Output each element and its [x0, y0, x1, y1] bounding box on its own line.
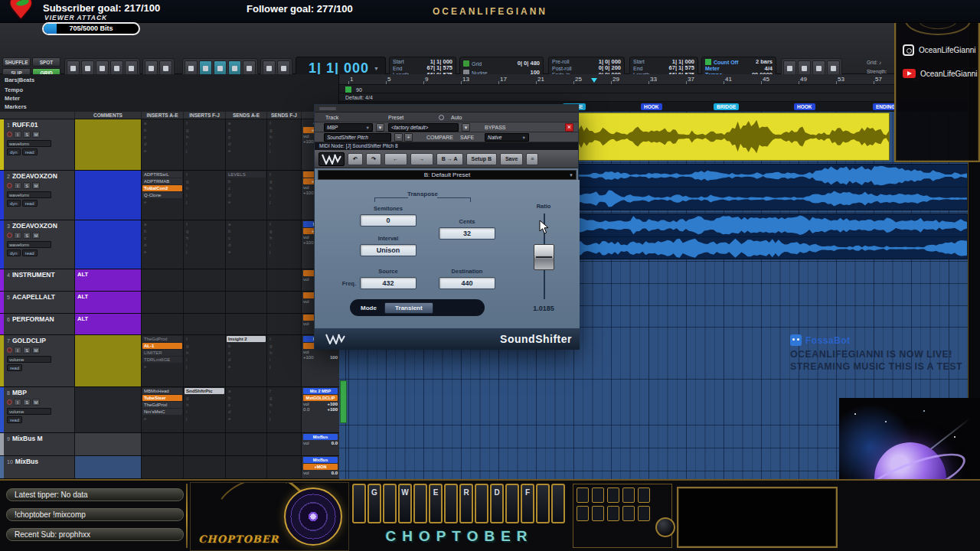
track-name-cell[interactable]: 6PERFORMAN	[0, 314, 75, 334]
empty-slot[interactable]: b	[142, 228, 182, 234]
plugin-slot[interactable]: MBMixHead	[142, 388, 182, 394]
empty-slot[interactable]: b	[227, 228, 266, 234]
volume-value[interactable]: 0.0	[332, 471, 338, 475]
mode-transient-button[interactable]: Transient	[384, 302, 433, 314]
automation-read-mode[interactable]: read	[22, 148, 38, 155]
toolbar-icon-button[interactable]	[67, 60, 80, 76]
next-preset-button[interactable]: →	[410, 153, 433, 165]
minus-button[interactable]: −	[394, 133, 403, 142]
track-io-cell[interactable]: MixBusvol0.0	[302, 433, 339, 455]
mute-button[interactable]: M	[32, 182, 40, 189]
empty-slot[interactable]: j	[268, 199, 300, 205]
track-comments-cell[interactable]	[75, 387, 142, 432]
toolbar-icon-button[interactable]	[277, 60, 290, 76]
count-off-value[interactable]: 2 bars	[756, 59, 773, 65]
empty-slot[interactable]: d	[142, 242, 182, 248]
empty-slot[interactable]: j	[268, 416, 300, 422]
drum-pad[interactable]	[638, 487, 650, 503]
empty-slot[interactable]: f	[268, 388, 300, 394]
empty-slot[interactable]: g	[268, 395, 300, 401]
solo-button[interactable]: S	[23, 131, 31, 138]
track-snd2-cell[interactable]: fghij	[267, 335, 302, 386]
mute-button[interactable]: M	[32, 347, 40, 354]
timeline-marker-hook[interactable]: HOOK	[794, 103, 815, 110]
automation-mode[interactable]: read	[7, 364, 22, 371]
track-snd1-cell[interactable]: abcde	[226, 220, 267, 269]
timeline-marker-hook[interactable]: HOOK	[641, 103, 662, 110]
track-ins2-cell[interactable]	[184, 269, 226, 291]
record-enable-button[interactable]	[7, 347, 12, 353]
empty-slot[interactable]: i	[268, 141, 300, 147]
plus-button[interactable]: +	[404, 133, 413, 142]
track-name[interactable]: GOLDCLIP	[12, 337, 46, 344]
track-snd2-cell[interactable]	[267, 433, 302, 455]
volume-value[interactable]: 0.0	[332, 441, 338, 445]
track-ins2-cell[interactable]: fghij	[184, 220, 226, 269]
drum-pad[interactable]	[622, 506, 635, 521]
track-view-selector[interactable]: volume	[7, 408, 51, 415]
empty-slot[interactable]: i	[268, 192, 300, 198]
solo-button[interactable]: S	[23, 347, 31, 354]
track-name[interactable]: PERFORMAN	[12, 315, 54, 323]
midi-key[interactable]: W	[398, 484, 412, 523]
bypass-button[interactable]: BYPASS	[485, 122, 506, 132]
track-name-cell[interactable]: 3ZOEAVOXZONISMwaveformdynread	[0, 220, 75, 269]
empty-slot[interactable]: a	[227, 120, 266, 126]
track-ins1-cell[interactable]	[142, 269, 184, 291]
empty-slot[interactable]: c	[227, 402, 266, 408]
empty-slot[interactable]: e	[142, 364, 182, 370]
track-ins2-cell[interactable]: fghij	[184, 171, 226, 220]
drum-pad[interactable]	[607, 506, 619, 521]
automation-read-mode[interactable]: read	[22, 249, 38, 256]
track-comments-cell[interactable]	[75, 456, 142, 478]
drum-pad[interactable]	[622, 487, 635, 503]
redo-button[interactable]: ↷	[366, 153, 381, 165]
track-ins2-cell[interactable]	[184, 456, 226, 478]
automation-mode[interactable]: dyn	[7, 200, 21, 207]
midi-key[interactable]: R	[459, 484, 473, 523]
empty-slot[interactable]: e	[227, 199, 266, 205]
toolbar-icon-button[interactable]	[812, 60, 825, 76]
edit-mode-spot-button[interactable]: SPOT	[32, 57, 60, 67]
empty-slot[interactable]: j	[185, 148, 224, 154]
drum-pad[interactable]	[577, 487, 589, 503]
empty-slot[interactable]: b	[227, 343, 266, 349]
empty-slot[interactable]: j	[268, 148, 300, 154]
drum-pad[interactable]	[592, 506, 604, 521]
tempo-event-value[interactable]: 90	[356, 87, 362, 93]
empty-slot[interactable]: a	[227, 388, 266, 394]
track-snd1-cell[interactable]	[226, 456, 267, 478]
io-badge[interactable]: +MON	[303, 464, 338, 470]
empty-slot[interactable]: i	[268, 357, 300, 363]
track-snd2-cell[interactable]	[267, 456, 302, 478]
mute-button[interactable]: M	[32, 232, 40, 239]
track-snd1-cell[interactable]: Insight 2bcde	[226, 335, 267, 386]
empty-slot[interactable]: h	[268, 185, 300, 191]
track-ins1-cell[interactable]: abcde	[142, 220, 184, 269]
empty-slot[interactable]: c	[142, 235, 182, 241]
empty-slot[interactable]: g	[268, 228, 300, 234]
plugin-selector[interactable]: SoundShifter Pitch	[324, 133, 391, 142]
toolbar-icon-button[interactable]	[185, 60, 198, 76]
empty-slot[interactable]: f	[185, 120, 224, 126]
midi-key[interactable]: G	[368, 484, 381, 523]
input-monitor-button[interactable]: I	[14, 347, 21, 354]
empty-slot[interactable]: f	[185, 221, 224, 227]
empty-slot[interactable]: d	[227, 409, 266, 415]
meter-event-value[interactable]: Default: 4/4	[345, 95, 373, 100]
track-name-cell[interactable]: 5ACAPELLALT	[0, 292, 75, 313]
track-name[interactable]: RUFF.01	[12, 121, 38, 129]
empty-slot[interactable]: e	[227, 364, 266, 370]
empty-slot[interactable]: g	[185, 228, 224, 234]
track-name[interactable]: ZOEAVOXZON	[12, 222, 57, 230]
plugin-window-chrome[interactable]	[315, 105, 578, 112]
ruler-lane-label-markers[interactable]: Markers	[5, 103, 27, 110]
mute-button[interactable]: M	[32, 399, 40, 406]
empty-slot[interactable]: c	[142, 134, 182, 140]
toolbar-icon-button[interactable]	[159, 60, 172, 76]
mute-button[interactable]: M	[32, 131, 40, 138]
preset-bar[interactable]: B: Default Preset ▼	[318, 170, 577, 180]
drum-pad[interactable]	[577, 506, 589, 521]
midi-key[interactable]	[383, 484, 397, 523]
record-enable-button[interactable]	[7, 132, 12, 137]
